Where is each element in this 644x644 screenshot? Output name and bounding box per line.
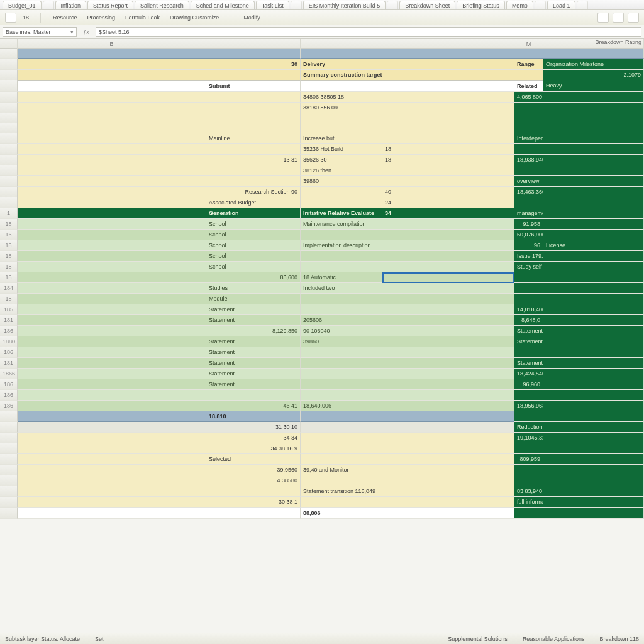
cell[interactable]: Implementation description xyxy=(301,240,382,251)
cell[interactable] xyxy=(18,240,206,251)
cell[interactable] xyxy=(382,443,514,454)
cell[interactable]: School xyxy=(206,219,301,230)
row-header[interactable] xyxy=(0,165,18,176)
row-header[interactable] xyxy=(0,92,18,103)
cell[interactable]: Included two xyxy=(301,283,382,294)
ribbon-button[interactable]: Modify xyxy=(240,13,264,23)
workbook-tab[interactable] xyxy=(43,1,54,9)
cell[interactable]: Statement xyxy=(206,358,301,369)
cell[interactable] xyxy=(301,251,382,262)
cell[interactable] xyxy=(382,379,514,390)
cell[interactable]: Range xyxy=(514,59,543,70)
cell[interactable] xyxy=(543,390,644,401)
cell[interactable] xyxy=(18,70,206,80)
cell[interactable]: 18,956,963 xyxy=(514,401,543,411)
cell[interactable]: 809,959 xyxy=(514,454,543,465)
cell[interactable] xyxy=(382,486,514,497)
cell[interactable] xyxy=(18,475,206,486)
column-header[interactable] xyxy=(0,39,18,49)
cell[interactable]: 34 34 xyxy=(206,433,301,443)
formula-input[interactable]: $Sheet 5.16 xyxy=(96,27,641,37)
cell[interactable]: Related xyxy=(514,80,543,92)
cell[interactable]: Organization Milestone xyxy=(543,59,644,70)
cell[interactable]: 50,076,900 xyxy=(514,230,543,240)
cell[interactable] xyxy=(301,390,382,401)
cell[interactable]: 83,600 xyxy=(206,272,301,283)
cell[interactable] xyxy=(301,262,382,272)
cell[interactable]: 90 106040 xyxy=(301,326,382,336)
cell[interactable] xyxy=(18,251,206,262)
cell[interactable]: Interdependent conditions xyxy=(514,133,543,144)
cell[interactable] xyxy=(543,433,644,443)
cell[interactable]: Statement xyxy=(206,369,301,379)
row-header[interactable]: 184 xyxy=(0,283,18,294)
chevron-down-icon[interactable]: ▾ xyxy=(70,29,74,35)
row-header[interactable]: 1 xyxy=(0,208,18,219)
row-header[interactable]: 16 xyxy=(0,230,18,240)
cell[interactable]: 30 38 1 xyxy=(206,497,301,508)
cell[interactable] xyxy=(543,219,644,230)
cell[interactable] xyxy=(514,475,543,486)
cell[interactable] xyxy=(301,187,382,197)
cell[interactable] xyxy=(543,49,644,59)
cell[interactable] xyxy=(18,433,206,443)
cell[interactable] xyxy=(206,70,301,80)
cell[interactable] xyxy=(382,113,514,123)
cell[interactable] xyxy=(18,347,206,358)
cell[interactable]: School xyxy=(206,230,301,240)
cell[interactable] xyxy=(514,508,543,519)
cell[interactable]: 19,1045,32 xyxy=(514,433,543,443)
cell[interactable] xyxy=(543,465,644,475)
cell[interactable]: Statement xyxy=(514,336,543,347)
cell[interactable] xyxy=(206,486,301,497)
cell[interactable] xyxy=(382,336,514,347)
cell[interactable]: 8,648,0 xyxy=(514,315,543,326)
cell[interactable]: Mainline xyxy=(206,133,301,144)
cell[interactable]: Summary construction targets xyxy=(301,70,382,80)
row-header[interactable] xyxy=(0,59,18,70)
cell[interactable]: overview xyxy=(514,176,543,187)
cell[interactable] xyxy=(18,294,206,304)
cell[interactable] xyxy=(18,497,206,508)
cell[interactable] xyxy=(301,113,382,123)
cell[interactable] xyxy=(301,80,382,92)
cell[interactable] xyxy=(382,465,514,475)
cell[interactable] xyxy=(382,497,514,508)
cell[interactable] xyxy=(382,422,514,433)
workbook-tab[interactable]: EIS Monthly Iteration Build 5 xyxy=(303,1,386,9)
row-header[interactable] xyxy=(0,123,18,133)
workbook-tab[interactable] xyxy=(577,1,588,9)
cell[interactable]: 96,960 xyxy=(514,379,543,390)
row-header[interactable] xyxy=(0,103,18,113)
cell[interactable]: Study self xyxy=(514,262,543,272)
cell[interactable] xyxy=(543,497,644,508)
row-header[interactable] xyxy=(0,465,18,475)
cell[interactable] xyxy=(18,326,206,336)
cell[interactable]: Subunit xyxy=(206,80,301,92)
cell[interactable] xyxy=(301,422,382,433)
cell[interactable] xyxy=(206,165,301,176)
cell[interactable]: 18,810 xyxy=(206,411,301,422)
cell[interactable] xyxy=(382,358,514,369)
cell[interactable] xyxy=(514,272,543,283)
cell[interactable] xyxy=(18,508,206,519)
cell[interactable]: 39,40 and Monitor xyxy=(301,465,382,475)
row-header[interactable]: 186 xyxy=(0,390,18,401)
column-header[interactable]: M xyxy=(514,39,543,49)
cell[interactable] xyxy=(543,486,644,497)
ribbon-button[interactable]: Formula Look xyxy=(122,13,163,23)
cell[interactable]: 18,424,540 xyxy=(514,369,543,379)
cell[interactable] xyxy=(18,92,206,103)
cell[interactable] xyxy=(18,176,206,187)
cell[interactable] xyxy=(382,390,514,401)
cell[interactable] xyxy=(18,454,206,465)
cell[interactable] xyxy=(301,497,382,508)
cell[interactable] xyxy=(543,379,644,390)
row-header[interactable]: 181 xyxy=(0,358,18,369)
cell[interactable]: 18 Automatic xyxy=(301,272,382,283)
cell[interactable]: Statement xyxy=(206,336,301,347)
cell[interactable] xyxy=(382,70,514,80)
cell[interactable] xyxy=(301,443,382,454)
cell[interactable] xyxy=(206,49,301,59)
cell[interactable] xyxy=(514,283,543,294)
